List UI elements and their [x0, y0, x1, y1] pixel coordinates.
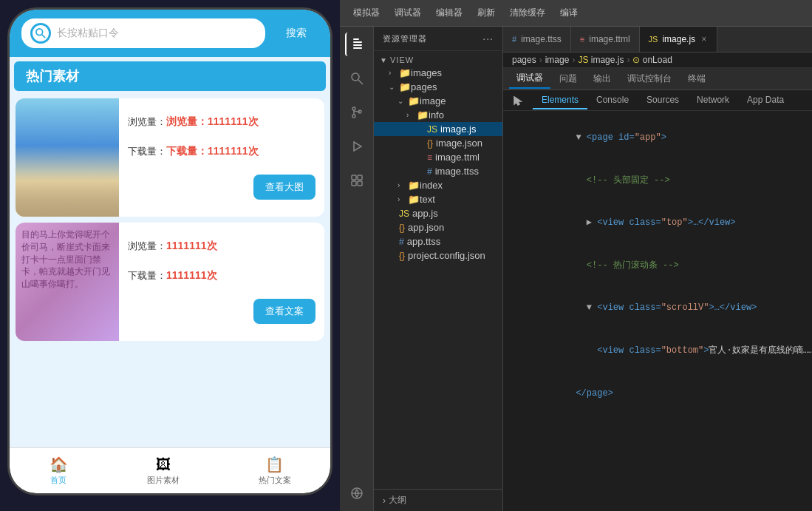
- info-arrow: ›: [406, 111, 417, 119]
- breadcrumb-image[interactable]: image: [545, 55, 570, 65]
- folder-icon-images: 📁: [399, 67, 411, 78]
- tree-item-info[interactable]: › 📁 info: [374, 108, 502, 122]
- elements-cursor-icon[interactable]: [509, 92, 527, 109]
- expand-arrow-page[interactable]: ▼: [576, 132, 581, 143]
- devtab-debugger[interactable]: 调试器: [509, 69, 550, 89]
- html-line-1: ▼ <page id="app">: [512, 117, 812, 160]
- appttss-label: app.ttss: [407, 236, 441, 247]
- file-explorer-sidebar: 资源管理器 ··· ▼ VIEW › 📁 images ⌄ 📁: [374, 27, 503, 511]
- devtab-terminal[interactable]: 终端: [680, 70, 713, 88]
- activity-bar: [340, 27, 374, 511]
- copywriting-icon: 📋: [265, 456, 284, 473]
- info-label: info: [429, 109, 444, 121]
- tab-js-icon: JS: [649, 35, 658, 44]
- tree-item-pages[interactable]: ⌄ 📁 pages: [374, 80, 502, 94]
- nav-copywriting[interactable]: 📋 热门文案: [247, 453, 303, 489]
- expand-arrow-top[interactable]: ▶: [576, 217, 592, 228]
- text-arrow: ›: [398, 195, 408, 203]
- tab-close-button[interactable]: ×: [700, 34, 708, 44]
- tree-item-image-ttss[interactable]: # image.ttss: [374, 164, 502, 178]
- projectconfig-icon: {}: [399, 251, 405, 261]
- tooltab-sources[interactable]: Sources: [638, 92, 688, 109]
- activity-search[interactable]: [345, 67, 369, 90]
- sidebar-outline[interactable]: › 大纲: [374, 489, 502, 511]
- svg-rect-5: [353, 47, 362, 49]
- tab-image-ttml[interactable]: ≡ image.ttml: [571, 27, 640, 52]
- tab-ttss-label: image.ttss: [521, 34, 562, 44]
- nav-images-label: 图片素材: [147, 475, 180, 486]
- toolbar-simulator[interactable]: 模拟器: [346, 4, 387, 22]
- nav-home[interactable]: 🏠 首页: [38, 453, 80, 489]
- file-tree: ▼ VIEW › 📁 images ⌄ 📁 pages: [374, 51, 502, 489]
- images-icon: 🖼: [156, 456, 171, 473]
- search-icon: [30, 23, 51, 44]
- tooltab-appdata[interactable]: App Data: [738, 92, 793, 109]
- tree-item-appjs[interactable]: JS app.js: [374, 206, 502, 220]
- sidebar-more-button[interactable]: ···: [482, 33, 494, 44]
- tree-item-index[interactable]: › 📁 index: [374, 178, 502, 192]
- toolbar-compile[interactable]: 编译: [553, 4, 585, 22]
- activity-extensions[interactable]: [345, 169, 369, 192]
- tree-item-appttss[interactable]: # app.ttss: [374, 234, 502, 248]
- breadcrumb-pages[interactable]: pages: [512, 55, 536, 65]
- tree-item-appjson[interactable]: {} app.json: [374, 220, 502, 234]
- tree-view-label: ▼ VIEW: [374, 54, 502, 66]
- tooltab-network[interactable]: Network: [688, 92, 738, 109]
- tree-item-image-ttml[interactable]: ≡ image.ttml: [374, 150, 502, 164]
- sidebar-header: 资源管理器 ···: [374, 27, 502, 51]
- view-large-button[interactable]: 查看大图: [253, 175, 315, 200]
- tree-item-text[interactable]: › 📁 text: [374, 192, 502, 206]
- vscode-main: 资源管理器 ··· ▼ VIEW › 📁 images ⌄ 📁: [340, 27, 812, 511]
- bottom-nav: 🏠 首页 🖼 图片素材 📋 热门文案: [10, 447, 330, 493]
- devtools-top-tabs: 调试器 问题 输出 调试控制台 终端: [503, 68, 812, 90]
- devtab-debug-console[interactable]: 调试控制台: [620, 70, 679, 88]
- breadcrumb-imagejs[interactable]: JS image.js: [578, 55, 624, 65]
- editor-area: # image.ttss ≡ image.ttml JS image.js × …: [503, 27, 812, 511]
- devtab-problems[interactable]: 问题: [552, 70, 584, 88]
- devtab-output[interactable]: 输出: [586, 70, 618, 88]
- card-info-sky: 浏览量：浏览量：1111111次 下载量：下载量：1111111次 查看大图: [119, 98, 324, 217]
- tab-image-ttss[interactable]: # image.ttss: [503, 27, 571, 52]
- tree-item-image-js[interactable]: JS image.js: [374, 122, 502, 136]
- search-input-container[interactable]: 长按粘贴口令: [20, 17, 267, 50]
- view-text-button[interactable]: 查看文案: [253, 299, 315, 324]
- outline-arrow: ›: [383, 495, 386, 506]
- tooltab-elements[interactable]: Elements: [533, 92, 587, 109]
- svg-rect-14: [352, 181, 356, 186]
- folder-icon-info: 📁: [417, 109, 429, 121]
- imagejs-label: image.js: [440, 123, 476, 135]
- tab-image-js[interactable]: JS image.js ×: [640, 27, 718, 52]
- tree-item-image-folder[interactable]: ⌄ 📁 image: [374, 94, 502, 108]
- folder-icon-text: 📁: [408, 194, 420, 205]
- search-button[interactable]: 搜索: [273, 21, 320, 46]
- appjs-icon: JS: [399, 209, 409, 219]
- phone-frame: 长按粘贴口令 搜索 热门素材 浏览量：浏览量：1111111次 下载量：下载量: [7, 7, 332, 495]
- activity-git[interactable]: [345, 101, 369, 124]
- tree-item-image-json[interactable]: {} image.json: [374, 136, 502, 150]
- breadcrumb-func-icon: ⊙: [632, 55, 640, 65]
- expand-arrow-scrollv[interactable]: ▼: [576, 302, 592, 313]
- breadcrumb-sep3: ›: [627, 55, 630, 65]
- tooltab-console[interactable]: Console: [587, 92, 638, 109]
- toolbar-editor[interactable]: 编辑器: [429, 4, 470, 22]
- tree-item-projectconfig[interactable]: {} project.config.json: [374, 248, 502, 263]
- breadcrumb-onload[interactable]: ⊙ onLoad: [632, 55, 672, 65]
- nav-images[interactable]: 🖼 图片素材: [135, 453, 191, 489]
- toolbar-refresh[interactable]: 刷新: [470, 4, 502, 22]
- activity-debug[interactable]: [345, 135, 369, 158]
- activity-files[interactable]: [345, 33, 369, 56]
- folder-icon-index: 📁: [408, 180, 420, 191]
- activity-remote[interactable]: [345, 481, 369, 505]
- search-bar: 长按粘贴口令 搜索: [10, 10, 330, 57]
- ttml-file-icon: ≡: [427, 152, 432, 163]
- svg-rect-12: [352, 175, 356, 180]
- breadcrumb-js-icon: JS: [578, 55, 588, 65]
- hot-materials-header: 热门素材: [14, 61, 326, 91]
- html-line-5: ▼ <view class="scrollV">…</view>: [512, 287, 812, 330]
- tree-item-images[interactable]: › 📁 images: [374, 66, 502, 80]
- folder-icon-image: 📁: [408, 95, 420, 106]
- index-label: index: [420, 180, 443, 191]
- toolbar-clear-cache[interactable]: 清除缓存: [502, 4, 553, 22]
- toolbar-debugger[interactable]: 调试器: [387, 4, 429, 22]
- svg-marker-11: [354, 142, 361, 151]
